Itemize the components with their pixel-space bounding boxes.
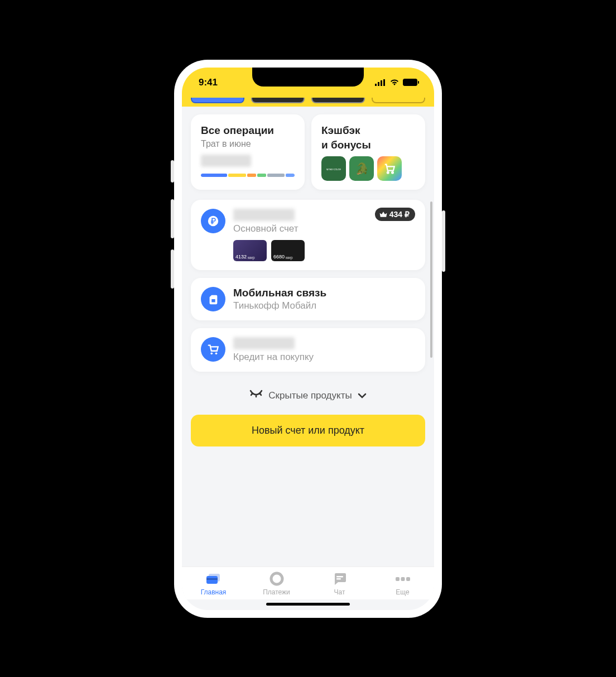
home-indicator[interactable] xyxy=(266,603,350,606)
tab-label: Главная xyxy=(201,588,227,596)
crown-icon xyxy=(379,211,387,218)
scroll-indicator[interactable] xyxy=(430,201,432,358)
notch xyxy=(252,68,364,87)
mini-card[interactable]: 6680 мир xyxy=(271,240,305,261)
tab-more[interactable]: Еще xyxy=(371,572,434,596)
svg-point-4 xyxy=(215,353,218,355)
account-credit[interactable]: Кредит на покупку xyxy=(191,328,425,372)
tile-operations[interactable]: Все операции Трат в июне xyxy=(191,114,305,190)
screen: 9:41 Все операции Трат в июне xyxy=(182,68,434,610)
tab-payments[interactable]: Платежи xyxy=(245,572,308,596)
cashback-partner-icon[interactable]: 🐊 xyxy=(349,156,374,181)
svg-rect-7 xyxy=(206,578,218,580)
cta-label: Новый счет или продукт xyxy=(252,425,364,436)
wifi-icon xyxy=(389,77,400,88)
side-button xyxy=(171,249,174,289)
card-ps: мир xyxy=(248,256,255,260)
cards-carousel-peek[interactable] xyxy=(182,98,434,107)
cart-icon xyxy=(201,337,225,362)
card-last4: 4132 xyxy=(235,254,247,260)
tile-title: и бонусы xyxy=(321,139,415,152)
battery-icon xyxy=(403,79,417,86)
svg-rect-12 xyxy=(401,577,405,581)
side-button xyxy=(171,160,174,183)
tile-cashback[interactable]: Кэшбэк и бонусы UNITED COLORS 🐊 xyxy=(311,114,425,190)
svg-point-2 xyxy=(392,172,393,174)
status-icons xyxy=(375,77,417,88)
svg-point-1 xyxy=(387,172,389,174)
svg-point-3 xyxy=(210,353,213,355)
redacted-balance xyxy=(233,337,295,349)
card-icon xyxy=(205,572,222,586)
mini-card[interactable]: 4132 мир xyxy=(233,240,267,261)
svg-rect-10 xyxy=(336,578,341,580)
cashback-partner-icon[interactable]: UNITED COLORS xyxy=(321,156,346,181)
account-mobile[interactable]: Мобильная связь Тинькофф Мобайл xyxy=(191,278,425,320)
redacted-amount xyxy=(201,155,251,167)
card-peek[interactable] xyxy=(191,98,244,103)
tab-label: Еще xyxy=(396,588,409,596)
card-peek[interactable] xyxy=(311,98,365,103)
chevron-down-icon xyxy=(358,390,367,401)
tile-subtitle: Трат в июне xyxy=(201,139,295,149)
svg-rect-11 xyxy=(396,577,400,581)
cellular-icon xyxy=(375,79,386,86)
main-content[interactable]: Все операции Трат в июне Кэшбэк и бонусы xyxy=(182,107,434,566)
sim-icon xyxy=(201,287,225,311)
chat-icon xyxy=(331,572,348,586)
eye-closed-icon xyxy=(249,390,263,401)
account-label: Кредит на покупку xyxy=(233,352,415,363)
tab-home[interactable]: Главная xyxy=(182,572,245,596)
card-last4: 6680 xyxy=(273,254,285,260)
cashback-partner-icon[interactable] xyxy=(377,156,402,181)
tab-chat[interactable]: Чат xyxy=(308,572,371,596)
new-product-button[interactable]: Новый счет или продукт xyxy=(191,415,425,446)
hidden-products-label: Скрытые продукты xyxy=(268,390,352,401)
tile-title: Кэшбэк xyxy=(321,124,415,137)
card-peek[interactable] xyxy=(372,98,425,103)
svg-rect-13 xyxy=(406,577,410,581)
ruble-icon xyxy=(201,209,225,233)
side-button xyxy=(442,210,445,272)
status-time: 9:41 xyxy=(199,77,218,88)
svg-text:UNITED COLORS: UNITED COLORS xyxy=(326,168,341,171)
svg-point-8 xyxy=(271,573,282,584)
redacted-balance xyxy=(233,209,295,221)
tab-label: Платежи xyxy=(263,588,290,596)
side-button xyxy=(171,199,174,238)
account-title: Мобильная связь xyxy=(233,287,415,299)
account-subtitle: Тинькофф Мобайл xyxy=(233,300,415,311)
tile-title: Все операции xyxy=(201,124,295,137)
spending-bar xyxy=(201,174,295,177)
payments-icon xyxy=(268,572,285,586)
account-main[interactable]: Основной счет 4132 мир 6680 мир xyxy=(191,200,425,270)
account-label: Основной счет xyxy=(233,223,415,234)
svg-rect-9 xyxy=(336,576,343,578)
tab-label: Чат xyxy=(334,588,345,596)
tab-bar: Главная Платежи Чат Еще xyxy=(182,566,434,599)
badge-value: 434 ₽ xyxy=(389,210,410,219)
phone-frame: 9:41 Все операции Трат в июне xyxy=(174,60,442,618)
card-peek[interactable] xyxy=(251,98,305,103)
card-ps: мир xyxy=(286,256,293,260)
more-icon xyxy=(394,572,411,586)
bonus-badge[interactable]: 434 ₽ xyxy=(375,208,415,221)
hidden-products-toggle[interactable]: Скрытые продукты xyxy=(191,380,425,415)
